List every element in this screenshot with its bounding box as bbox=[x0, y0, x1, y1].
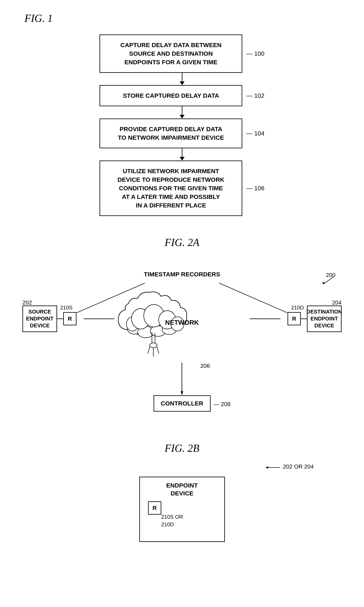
ref-208: — 208 bbox=[214, 401, 231, 408]
r-label-left: 210S bbox=[60, 304, 73, 311]
fig2a-diagram: 200 TIMESTAMP RECORDERS bbox=[16, 259, 348, 418]
flow-ref-106: — 106 bbox=[246, 185, 264, 192]
ref-204: 204 bbox=[332, 299, 342, 306]
ref-202or204-label: 202 OR 204 bbox=[283, 463, 314, 470]
page-container: FIG. 1 CAPTURE DELAY DATA BETWEENSOURCE … bbox=[0, 0, 364, 607]
endpoint-r-box: R bbox=[148, 501, 161, 515]
svg-point-11 bbox=[138, 326, 154, 338]
svg-point-10 bbox=[128, 324, 142, 334]
flow-box-wrapper-102: STORE CAPTURED DELAY DATA — 102 bbox=[100, 85, 264, 106]
flowchart: CAPTURE DELAY DATA BETWEENSOURCE AND DES… bbox=[16, 34, 348, 216]
svg-point-14 bbox=[126, 317, 139, 331]
flow-box-wrapper-104: PROVIDE CAPTURED DELAY DATATO NETWORK IM… bbox=[100, 119, 264, 148]
ref-208-label: 208 bbox=[221, 401, 230, 407]
ref-200-label: 200 bbox=[326, 272, 336, 278]
svg-marker-26 bbox=[266, 466, 268, 469]
network-label: NETWORK bbox=[165, 319, 199, 326]
flow-arrow-1 bbox=[111, 73, 253, 85]
fig1-title: FIG. 1 bbox=[25, 12, 348, 24]
flow-ref-104: — 104 bbox=[246, 130, 264, 137]
flow-box-106: UTILIZE NETWORK IMPAIRMENTDEVICE TO REPR… bbox=[100, 160, 242, 216]
r-label-right: 210D bbox=[291, 304, 304, 311]
svg-point-12 bbox=[150, 326, 166, 336]
svg-point-16 bbox=[144, 304, 164, 327]
dest-box: DESTINATIONENDPOINTDEVICE bbox=[307, 305, 342, 332]
flow-ref-102: — 102 bbox=[246, 92, 264, 99]
controller-box: CONTROLLER bbox=[154, 395, 211, 412]
flow-box-104: PROVIDE CAPTURED DELAY DATATO NETWORK IM… bbox=[100, 119, 242, 148]
endpoint-outer-label: ENDPOINTDEVICE bbox=[144, 481, 220, 497]
timestamp-label: TIMESTAMP RECORDERS bbox=[144, 271, 220, 278]
r-box-right: R bbox=[287, 312, 301, 325]
fig2a-title: FIG. 2A bbox=[16, 236, 348, 249]
flow-box-wrapper-100: CAPTURE DELAY DATA BETWEENSOURCE AND DES… bbox=[100, 34, 264, 73]
ref-206-label: 206 bbox=[200, 363, 210, 369]
svg-line-9 bbox=[219, 283, 287, 313]
svg-point-21 bbox=[150, 343, 157, 348]
ref-206: 206 bbox=[200, 363, 210, 369]
svg-point-15 bbox=[131, 309, 150, 329]
flow-box-wrapper-106: UTILIZE NETWORK IMPAIRMENTDEVICE TO REPR… bbox=[100, 160, 264, 216]
flow-box-102: STORE CAPTURED DELAY DATA bbox=[100, 85, 242, 106]
flow-arrow-3 bbox=[111, 148, 253, 160]
fig2b-content: ENDPOINTDEVICE R 210S OR210D 202 OR 204 bbox=[139, 464, 225, 546]
fig2b-title: FIG. 2B bbox=[16, 442, 348, 454]
flow-box-100: CAPTURE DELAY DATA BETWEENSOURCE AND DES… bbox=[100, 34, 242, 73]
svg-marker-7 bbox=[181, 391, 183, 395]
fig2a-section: FIG. 2A 200 TIMESTAMP RECORDERS bbox=[16, 236, 348, 418]
svg-line-8 bbox=[77, 283, 145, 313]
flow-arrow-2 bbox=[111, 106, 253, 119]
svg-line-23 bbox=[148, 346, 150, 354]
svg-line-24 bbox=[157, 346, 159, 354]
source-box: SOURCEENDPOINTDEVICE bbox=[22, 305, 57, 332]
ref-202: 202 bbox=[22, 299, 32, 306]
fig1-section: FIG. 1 CAPTURE DELAY DATA BETWEENSOURCE … bbox=[16, 12, 348, 216]
fig2b-diagram: ENDPOINTDEVICE R 210S OR210D 202 OR 204 bbox=[16, 464, 348, 546]
connector-svg bbox=[16, 259, 348, 418]
controller-label: CONTROLLER bbox=[161, 400, 203, 407]
flow-ref-100: — 100 bbox=[246, 50, 264, 57]
endpoint-r-label: 210S OR210D bbox=[161, 513, 183, 528]
fig2b-section: FIG. 2B ENDPOINTDEVICE R 210S OR210D bbox=[16, 442, 348, 546]
endpoint-outer-box: ENDPOINTDEVICE R 210S OR210D bbox=[139, 477, 225, 542]
r-box-left: R bbox=[63, 312, 77, 325]
